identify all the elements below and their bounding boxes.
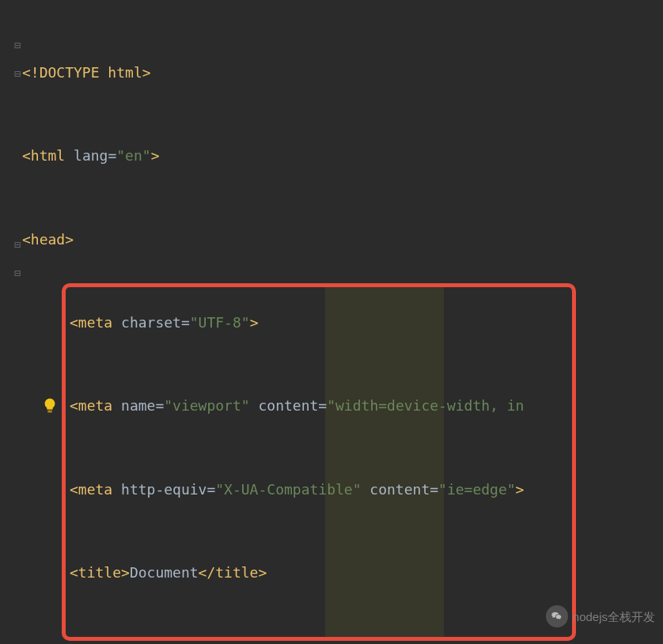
code-line[interactable]: <head> [22,225,663,253]
code-line[interactable]: <title>Document</title> [22,559,663,586]
watermark: nodejs全栈开发 [546,605,655,628]
code-line[interactable]: <meta charset="UTF-8"> [22,309,663,336]
code-line[interactable]: <!DOCTYPE html> [22,59,663,86]
intention-bulb-icon[interactable] [41,396,59,413]
code-line[interactable]: <html lang="en"> [22,142,663,169]
code-line[interactable]: <meta http-equiv="X-UA-Compatible" conte… [22,475,663,503]
wechat-icon [546,605,568,627]
code-line[interactable]: <meta name="viewport" content="width=dev… [22,392,663,419]
watermark-text: nodejs全栈开发 [573,605,655,628]
code-editor[interactable]: <!DOCTYPE html> <html lang="en"> <head> … [0,0,663,644]
doctype: <!DOCTYPE html> [22,64,151,81]
